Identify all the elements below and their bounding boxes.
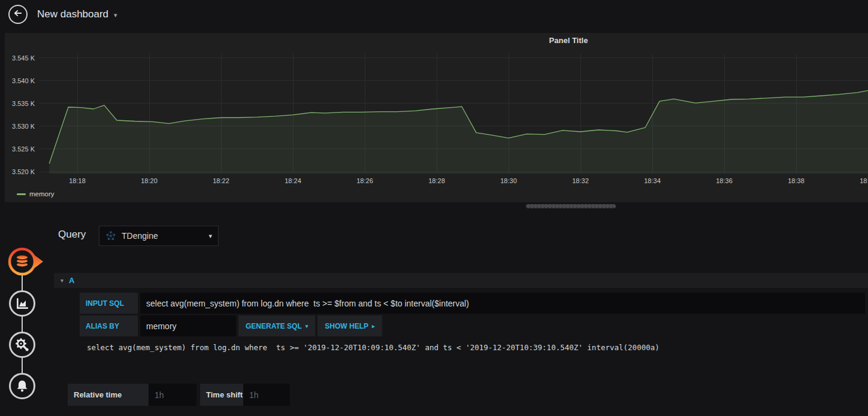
query-ref-letter: A <box>69 276 74 285</box>
time-shift-input[interactable] <box>243 390 290 400</box>
time-series-chart[interactable]: 3.520 K3.525 K3.530 K3.535 K3.540 K3.545… <box>5 33 868 202</box>
svg-text:3.520 K: 3.520 K <box>12 168 35 175</box>
svg-text:18:26: 18:26 <box>356 177 373 184</box>
svg-text:18:32: 18:32 <box>572 177 589 184</box>
panel-time-options: Relative time Time shift <box>68 384 290 406</box>
tab-general-settings[interactable] <box>9 332 35 358</box>
gear-wrench-icon <box>15 338 29 352</box>
arrow-left-icon <box>13 8 23 21</box>
datasource-name: TDengine <box>122 231 158 241</box>
tab-queries[interactable] <box>1 244 44 281</box>
generate-sql-label: GENERATE SQL <box>246 322 302 330</box>
dashboard-title: New dashboard <box>37 8 108 20</box>
relative-time-input[interactable] <box>149 390 196 400</box>
chevron-down-icon: ▾ <box>114 10 117 19</box>
time-shift-label: Time shift <box>200 384 243 406</box>
svg-text:18:24: 18:24 <box>285 177 301 184</box>
svg-text:3.545 K: 3.545 K <box>12 54 35 62</box>
top-navbar: New dashboard ▾ <box>0 0 868 29</box>
collapse-caret-icon: ▾ <box>61 277 63 284</box>
alias-by-row: ALIAS BY GENERATE SQL ▾ SHOW HELP ▸ <box>80 315 382 336</box>
input-sql-label: INPUT SQL <box>80 293 138 314</box>
tab-alert[interactable] <box>9 373 35 399</box>
legend-color-dash <box>17 193 26 195</box>
dashboard-title-dropdown[interactable]: New dashboard ▾ <box>37 0 117 29</box>
alias-by-label: ALIAS BY <box>80 315 138 336</box>
show-help-button[interactable]: SHOW HELP ▸ <box>317 315 382 336</box>
legend-item-memory[interactable]: memory <box>17 190 55 198</box>
database-icon <box>1 244 44 279</box>
datasource-picker[interactable]: TDengine ▾ <box>99 226 219 246</box>
legend-label: memory <box>29 190 55 198</box>
graph-panel: Panel Title 3.520 K3.525 K3.530 K3.535 K… <box>5 33 868 202</box>
svg-text:18:30: 18:30 <box>500 177 517 184</box>
svg-text:3.535 K: 3.535 K <box>12 100 35 107</box>
svg-text:18:34: 18:34 <box>644 177 661 184</box>
svg-text:18:40: 18:40 <box>860 177 868 184</box>
tab-visualization[interactable] <box>9 290 35 317</box>
svg-text:3.530 K: 3.530 K <box>12 123 35 130</box>
svg-text:18:18: 18:18 <box>69 177 86 184</box>
show-help-label: SHOW HELP <box>325 322 368 330</box>
input-sql-field[interactable] <box>140 299 865 308</box>
query-ref-header[interactable]: ▾ A <box>54 273 868 288</box>
generated-sql-preview: select avg(mem_system) from log.dn where… <box>87 343 660 352</box>
relative-time-label: Relative time <box>68 384 149 406</box>
svg-text:18:38: 18:38 <box>788 177 805 184</box>
back-button[interactable] <box>8 5 28 24</box>
caret-right-icon: ▸ <box>372 323 375 329</box>
svg-text:3.540 K: 3.540 K <box>12 77 35 84</box>
svg-text:18:22: 18:22 <box>213 177 229 184</box>
panel-resize-handle[interactable] <box>526 204 616 208</box>
caret-down-icon: ▾ <box>306 323 309 329</box>
svg-text:18:36: 18:36 <box>716 177 733 184</box>
svg-text:18:20: 18:20 <box>141 177 158 184</box>
input-sql-row: INPUT SQL <box>80 293 865 314</box>
generate-sql-button[interactable]: GENERATE SQL ▾ <box>238 315 315 336</box>
svg-text:18:28: 18:28 <box>428 177 445 184</box>
query-section-label: Query <box>58 229 86 241</box>
svg-text:3.525 K: 3.525 K <box>12 145 35 153</box>
alias-by-field[interactable] <box>140 321 236 331</box>
chevron-down-icon: ▾ <box>208 232 212 240</box>
tdengine-logo-icon <box>105 230 116 241</box>
chart-icon <box>15 296 29 311</box>
bell-icon <box>15 379 29 393</box>
